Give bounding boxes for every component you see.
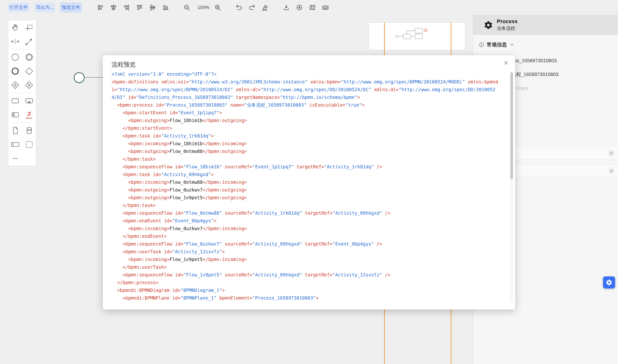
target-icon (296, 4, 303, 11)
data-object-icon (10, 125, 20, 136)
align-middle-button[interactable] (147, 2, 158, 13)
gateway-icon (24, 66, 34, 76)
align-bottom-button[interactable] (160, 2, 171, 13)
subprocess-icon (24, 96, 34, 106)
space-tool-icon (10, 36, 20, 47)
align-left-icon (97, 4, 104, 11)
redo-button[interactable] (247, 2, 257, 13)
end-event-icon (10, 66, 20, 76)
create-music-task[interactable]: Music (22, 108, 36, 122)
intermediate-event-icon (24, 52, 34, 62)
general-info-label: 常规信息 (487, 41, 507, 48)
group-icon (24, 139, 34, 150)
align-center-icon (110, 4, 117, 11)
music-note-icon (26, 110, 33, 117)
hand-icon (10, 22, 20, 33)
zoom-out-icon (183, 4, 190, 11)
palette-more[interactable] (8, 152, 22, 166)
user-task-icon (10, 110, 20, 120)
music-task-label: Music (26, 117, 32, 119)
bpmn-designer-app: 打开文件 导出为... 预览文件 100% (0, 0, 618, 364)
create-intermediate-event[interactable] (22, 50, 36, 64)
preview-file-button[interactable]: 预览文件 (60, 3, 81, 12)
modal-scrollbar[interactable] (510, 72, 513, 302)
align-right-icon (123, 4, 130, 11)
align-bottom-icon (162, 4, 169, 11)
download-icon (283, 4, 290, 11)
count-badge: 0 (608, 168, 615, 174)
keyboard-icon (322, 4, 329, 11)
align-top-icon (136, 4, 143, 11)
lasso-icon (24, 22, 34, 33)
create-end-event[interactable] (8, 64, 22, 78)
count-badge: 0 (608, 150, 615, 156)
parallel-gateway-icon (10, 80, 20, 90)
start-event-icon (10, 52, 20, 62)
zoom-out-button[interactable] (182, 2, 192, 13)
align-center-button[interactable] (108, 2, 119, 13)
participant-icon (10, 139, 20, 150)
align-right-button[interactable] (121, 2, 132, 13)
clear-button[interactable] (260, 2, 270, 13)
create-participant[interactable] (8, 138, 22, 152)
space-tool[interactable] (8, 35, 22, 49)
create-start-event[interactable] (8, 50, 22, 64)
open-file-button[interactable]: 打开文件 (8, 3, 29, 12)
zoom-in-icon (214, 4, 221, 11)
element-type-subtitle: 业务流程 (497, 25, 518, 32)
create-group[interactable] (22, 138, 36, 152)
settings-fab-button[interactable] (603, 276, 615, 288)
create-data-object[interactable] (8, 124, 22, 138)
create-task[interactable] (8, 94, 22, 108)
info-icon (479, 42, 484, 47)
task-icon (10, 96, 20, 106)
element-type-header: Process 业务流程 (473, 15, 618, 35)
element-type-title: Process (497, 18, 518, 25)
close-icon[interactable]: × (504, 59, 508, 67)
create-user-task[interactable] (8, 108, 22, 122)
exclusive-gateway-icon (24, 80, 34, 90)
zoom-level[interactable]: 100% (196, 3, 211, 12)
element-palette: Music (8, 20, 37, 166)
top-toolbar: 打开文件 导出为... 预览文件 100% (0, 0, 618, 15)
redo-icon (248, 4, 256, 11)
hand-tool[interactable] (8, 21, 22, 35)
chevron-down-icon (509, 42, 515, 47)
align-left-button[interactable] (95, 2, 106, 13)
simulation-button[interactable] (294, 2, 305, 13)
palette-separator (10, 49, 35, 50)
lasso-tool[interactable] (22, 21, 36, 35)
map-icon (309, 4, 316, 11)
xml-code: <?xml version="1.0" encoding="UTF-8"?><b… (111, 70, 498, 303)
palette-separator (10, 93, 35, 93)
palette-separator (10, 123, 35, 123)
create-parallel-gateway[interactable] (8, 78, 22, 92)
data-store-icon (24, 125, 34, 136)
zoom-in-button[interactable] (213, 2, 223, 13)
create-exclusive-gateway[interactable] (22, 78, 36, 92)
general-info-section-header[interactable]: 常规信息 (473, 35, 618, 48)
undo-icon (235, 4, 243, 11)
start-event-shape[interactable] (73, 72, 85, 84)
gear-icon (606, 279, 612, 286)
global-connect-tool[interactable] (22, 35, 36, 49)
align-top-button[interactable] (134, 2, 145, 13)
modal-title: 流程预览 (111, 61, 136, 68)
create-subprocess[interactable] (22, 94, 36, 108)
export-as-button[interactable]: 导出为... (35, 3, 55, 12)
process-gear-icon (484, 21, 493, 30)
create-gateway[interactable] (22, 64, 36, 78)
download-button[interactable] (281, 2, 292, 13)
process-preview-modal: 流程预览 × <?xml version="1.0" encoding="UTF… (103, 55, 515, 310)
keyboard-shortcuts-button[interactable] (320, 2, 331, 13)
sequence-flow-line (85, 77, 104, 78)
connect-icon (24, 36, 34, 47)
create-data-store[interactable] (22, 124, 36, 138)
ellipsis-icon (10, 153, 20, 164)
eraser-icon (261, 4, 269, 11)
undo-button[interactable] (234, 2, 244, 13)
align-middle-icon (149, 4, 156, 11)
scrollbar-thumb[interactable] (510, 72, 513, 179)
minimap-toggle-button[interactable] (307, 2, 318, 13)
